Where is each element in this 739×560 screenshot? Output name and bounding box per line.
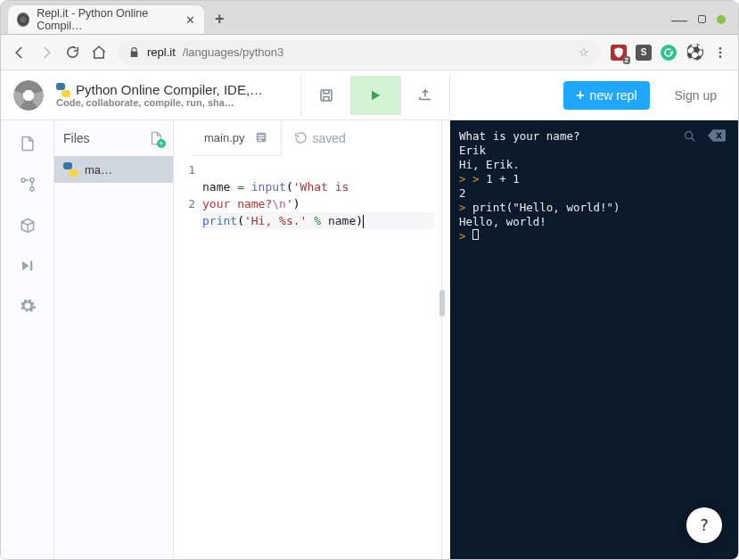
search-icon[interactable]: [683, 129, 697, 144]
line-number: 2: [174, 195, 195, 212]
new-repl-button[interactable]: + new repl: [563, 81, 649, 110]
back-button[interactable]: [12, 45, 28, 61]
browser-menu-icon[interactable]: [713, 45, 727, 60]
replit-logo-icon[interactable]: [13, 80, 44, 111]
text-cursor: [363, 215, 364, 228]
add-plus-icon: +: [157, 139, 166, 148]
home-button[interactable]: [91, 45, 107, 61]
term-line: Hi, Erik.: [459, 158, 729, 172]
browser-toolbar: repl.it/languages/python3 ☆ 2 S ⚽: [1, 35, 738, 70]
add-file-button[interactable]: +: [148, 130, 164, 146]
term-line: > > 1 + 1: [459, 172, 729, 186]
ext-s-icon[interactable]: S: [636, 45, 652, 61]
window-minimize-icon[interactable]: —: [671, 15, 687, 24]
window-maximize-icon[interactable]: [698, 15, 706, 23]
browser-tab[interactable]: Repl.it - Python Online Compil… ✕: [8, 5, 204, 34]
url-path: /languages/python3: [183, 45, 283, 59]
browser-titlebar: Repl.it - Python Online Compil… ✕ + —: [1, 1, 738, 35]
svg-point-6: [29, 187, 33, 191]
side-rail: [1, 120, 54, 559]
svg-rect-9: [258, 135, 264, 136]
url-domain: repl.it: [147, 45, 176, 59]
code-editor[interactable]: 1 2 name = input('What is your name?\n')…: [174, 156, 441, 559]
star-icon[interactable]: ☆: [579, 45, 589, 59]
editor-pane: main.py saved 1 2 name = input('What is …: [174, 120, 441, 559]
page-subtitle: Code, collaborate, compile, run, sha…: [56, 97, 288, 108]
sign-up-link[interactable]: Sign up: [675, 88, 717, 103]
replit-favicon: [17, 12, 29, 27]
new-repl-label: new repl: [590, 88, 637, 103]
ublock-badge: 2: [623, 56, 630, 64]
python-icon: [56, 83, 70, 97]
svg-point-1: [719, 51, 722, 54]
svg-point-0: [719, 47, 722, 50]
svg-point-12: [686, 132, 693, 139]
help-button[interactable]: ?: [686, 507, 722, 543]
grammarly-icon[interactable]: [661, 45, 677, 61]
pane-splitter[interactable]: [441, 120, 450, 559]
term-line: Hello, world!: [459, 215, 729, 229]
debugger-icon[interactable]: [19, 258, 37, 274]
term-line: >: [459, 229, 729, 243]
app-header: Python Online Compiler, IDE,… Code, coll…: [1, 70, 738, 120]
splitter-grip-icon[interactable]: [439, 290, 445, 317]
packages-icon[interactable]: [19, 217, 37, 235]
files-pane: Files + ma…: [54, 120, 174, 559]
file-item[interactable]: ma…: [54, 156, 173, 183]
editor-tab-label: main.py: [204, 131, 245, 144]
saved-indicator: saved: [282, 131, 346, 145]
address-bar[interactable]: repl.it/languages/python3 ☆: [118, 40, 600, 65]
forward-button[interactable]: [38, 45, 54, 61]
close-tab-icon[interactable]: ✕: [185, 13, 195, 27]
version-control-icon[interactable]: [19, 176, 37, 194]
settings-icon[interactable]: [19, 297, 37, 315]
reload-button[interactable]: [65, 45, 80, 60]
svg-rect-11: [258, 140, 261, 141]
svg-rect-10: [258, 137, 264, 138]
tab-menu-icon[interactable]: [254, 130, 268, 144]
editor-tab[interactable]: main.py: [192, 120, 282, 156]
terminal-cursor: [472, 229, 479, 240]
terminal-pane[interactable]: What is your name? Erik Hi, Erik. > > 1 …: [450, 120, 738, 559]
tab-title: Repl.it - Python Online Compil…: [37, 7, 178, 32]
window-close-icon[interactable]: [717, 15, 726, 24]
clear-icon[interactable]: [708, 129, 726, 144]
soccer-icon[interactable]: ⚽: [686, 43, 704, 62]
svg-rect-7: [30, 261, 32, 271]
lock-icon: [128, 46, 140, 58]
saved-label: saved: [313, 131, 346, 145]
window-controls: —: [671, 15, 731, 24]
share-button[interactable]: [400, 76, 450, 115]
svg-rect-3: [321, 90, 332, 101]
extension-icons: 2 S ⚽: [611, 43, 727, 62]
term-line: > print("Hello, world!"): [459, 201, 729, 215]
python-icon: [63, 162, 78, 177]
svg-point-2: [719, 55, 722, 58]
file-name: ma…: [85, 163, 112, 177]
svg-point-5: [29, 178, 33, 182]
plus-icon: +: [576, 87, 584, 103]
files-heading: Files: [63, 131, 90, 145]
ublock-icon[interactable]: 2: [611, 45, 627, 61]
files-icon[interactable]: [19, 135, 37, 152]
svg-point-4: [21, 178, 24, 182]
run-button[interactable]: [350, 76, 400, 115]
line-number: 1: [174, 161, 195, 178]
term-line: 2: [459, 186, 729, 201]
new-tab-button[interactable]: +: [215, 10, 225, 29]
code-content[interactable]: name = input('What is your name?\n') pri…: [202, 161, 441, 559]
page-title: Python Online Compiler, IDE,…: [76, 82, 263, 97]
line-gutter: 1 2: [174, 161, 202, 559]
term-line: Erik: [459, 144, 729, 158]
save-button[interactable]: [300, 76, 350, 115]
